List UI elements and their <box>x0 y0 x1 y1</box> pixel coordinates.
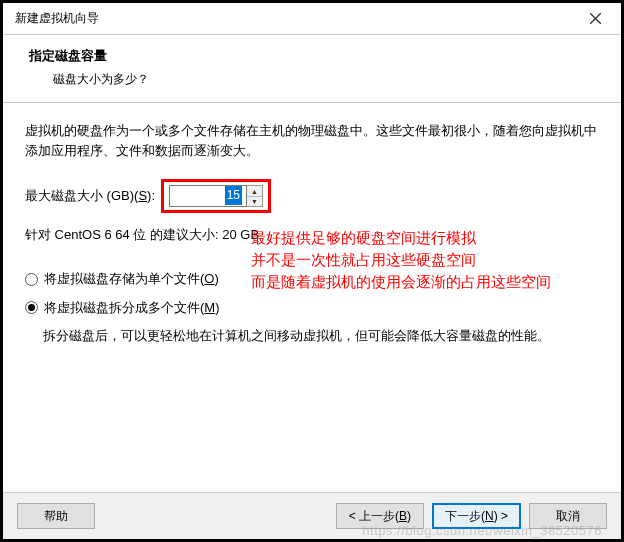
content-area: 虚拟机的硬盘作为一个或多个文件存储在主机的物理磁盘中。这些文件最初很小，随着您向… <box>3 103 621 492</box>
close-button[interactable] <box>575 5 615 33</box>
footer-bar: 帮助 < 上一步(B) 下一步(N) > 取消 <box>3 492 621 539</box>
header-panel: 指定磁盘容量 磁盘大小为多少？ <box>3 35 621 103</box>
storage-mode-group: 将虚拟磁盘存储为单个文件(O) 将虚拟磁盘拆分成多个文件(M) 拆分磁盘后，可以… <box>25 269 599 345</box>
radio-icon <box>25 273 38 286</box>
radio-split-files-label: 将虚拟磁盘拆分成多个文件(M) <box>44 298 220 318</box>
page-title: 指定磁盘容量 <box>29 47 601 65</box>
window-title: 新建虚拟机向导 <box>15 10 99 27</box>
page-subtitle: 磁盘大小为多少？ <box>29 71 601 88</box>
spin-up-button[interactable]: ▲ <box>247 186 262 197</box>
recommended-size: 针对 CentOS 6 64 位 的建议大小: 20 GB <box>25 225 599 245</box>
disk-size-spinner: ▲ ▼ <box>247 185 263 207</box>
split-hint: 拆分磁盘后，可以更轻松地在计算机之间移动虚拟机，但可能会降低大容量磁盘的性能。 <box>25 326 599 346</box>
disk-description: 虚拟机的硬盘作为一个或多个文件存储在主机的物理磁盘中。这些文件最初很小，随着您向… <box>25 121 599 161</box>
wizard-window: 新建虚拟机向导 指定磁盘容量 磁盘大小为多少？ 虚拟机的硬盘作为一个或多个文件存… <box>3 3 621 539</box>
spin-down-button[interactable]: ▼ <box>247 197 262 207</box>
cancel-button[interactable]: 取消 <box>529 503 607 529</box>
disk-size-label: 最大磁盘大小 (GB)(S): <box>25 186 155 206</box>
disk-size-row: 最大磁盘大小 (GB)(S): 15 ▲ ▼ <box>25 179 599 213</box>
radio-single-file-label: 将虚拟磁盘存储为单个文件(O) <box>44 269 219 289</box>
close-icon <box>590 13 601 24</box>
disk-size-input[interactable]: 15 <box>169 185 247 207</box>
titlebar: 新建虚拟机向导 <box>3 3 621 35</box>
radio-icon <box>25 301 38 314</box>
radio-split-files[interactable]: 将虚拟磁盘拆分成多个文件(M) <box>25 298 599 318</box>
radio-single-file[interactable]: 将虚拟磁盘存储为单个文件(O) <box>25 269 599 289</box>
back-button[interactable]: < 上一步(B) <box>336 503 424 529</box>
help-button[interactable]: 帮助 <box>17 503 95 529</box>
next-button[interactable]: 下一步(N) > <box>432 503 521 529</box>
disk-size-highlight: 15 ▲ ▼ <box>161 179 271 213</box>
